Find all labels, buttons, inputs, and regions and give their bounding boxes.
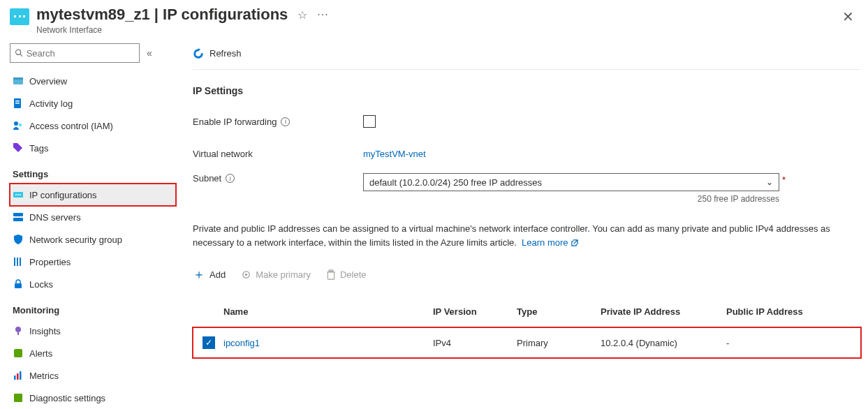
nic-resource-icon: [10, 8, 29, 25]
col-ip-version: IP Version: [433, 306, 517, 317]
sidebar-item-alerts[interactable]: Alerts: [10, 342, 176, 364]
external-link-icon: [571, 239, 578, 247]
alerts-icon: [13, 348, 24, 359]
svg-point-10: [15, 194, 17, 195]
svg-rect-13: [13, 213, 23, 216]
col-type: Type: [517, 306, 601, 317]
nav-label: Metrics: [29, 371, 59, 381]
sidebar-item-nsg[interactable]: Network security group: [10, 228, 176, 251]
dns-icon: [13, 211, 24, 223]
resource-type-label: Network Interface: [36, 25, 838, 35]
svg-rect-5: [15, 101, 20, 102]
ip-config-icon: [13, 189, 24, 200]
add-label: Add: [209, 269, 226, 280]
diagnostic-icon: [13, 392, 24, 403]
make-primary-button[interactable]: Make primary: [241, 269, 311, 280]
sidebar-item-access-control[interactable]: Access control (IAM): [10, 114, 176, 137]
svg-rect-15: [14, 258, 15, 266]
nav-label: Access control (IAM): [29, 121, 113, 131]
sidebar-item-properties[interactable]: Properties: [10, 251, 176, 273]
enable-ip-forwarding-checkbox[interactable]: [363, 115, 376, 128]
table-header-row: Name IP Version Type Private IP Address …: [193, 297, 861, 327]
nav-label: Alerts: [29, 348, 52, 359]
svg-line-1: [20, 54, 22, 57]
svg-rect-22: [14, 375, 16, 380]
properties-icon: [13, 256, 24, 267]
col-private-ip: Private IP Address: [601, 306, 726, 317]
svg-point-11: [17, 194, 19, 195]
sidebar-item-dns-servers[interactable]: DNS servers: [10, 206, 176, 228]
svg-rect-18: [15, 283, 22, 288]
svg-point-19: [15, 327, 21, 332]
sidebar-item-ip-configurations[interactable]: IP configurations: [10, 184, 176, 206]
subnet-label: Subneti: [193, 173, 363, 184]
svg-rect-21: [14, 349, 22, 357]
nav-label: Locks: [29, 279, 53, 290]
svg-point-12: [20, 194, 21, 195]
table-row[interactable]: ipconfig1 IPv4 Primary 10.2.0.4 (Dynamic…: [193, 327, 861, 358]
sidebar-item-activity-log[interactable]: Activity log: [10, 92, 176, 114]
svg-rect-29: [329, 269, 333, 271]
sidebar-item-diagnostic-settings[interactable]: Diagnostic settings: [10, 387, 176, 409]
iam-icon: [13, 120, 24, 131]
enable-ip-forwarding-label: Enable IP forwardingi: [193, 117, 363, 127]
insights-icon: [13, 325, 24, 336]
nav-label: Properties: [29, 257, 71, 267]
svg-rect-20: [17, 332, 19, 335]
close-button[interactable]: ✕: [838, 6, 858, 28]
sidebar-item-metrics[interactable]: Metrics: [10, 364, 176, 387]
virtual-network-link[interactable]: myTestVM-vnet: [363, 149, 426, 159]
delete-button[interactable]: Delete: [326, 269, 367, 280]
section-title-ip-settings: IP Settings: [193, 85, 861, 96]
collapse-sidebar-icon[interactable]: «: [147, 47, 152, 59]
sidebar-group-monitoring: Monitoring: [10, 295, 176, 320]
info-icon[interactable]: i: [281, 117, 290, 126]
activity-log-icon: [13, 98, 24, 109]
ipconfig-name-link[interactable]: ipconfig1: [223, 338, 433, 348]
shield-icon: [13, 234, 24, 245]
refresh-button[interactable]: Refresh: [193, 48, 242, 59]
search-icon: [15, 48, 24, 58]
required-indicator: *: [782, 174, 786, 185]
refresh-label: Refresh: [209, 48, 242, 59]
nav-label: Insights: [29, 326, 61, 336]
svg-rect-25: [14, 394, 22, 402]
learn-more-link[interactable]: Learn more: [522, 237, 578, 248]
svg-point-7: [14, 121, 18, 126]
search-input[interactable]: [27, 48, 135, 59]
svg-rect-17: [20, 258, 21, 266]
row-checkbox[interactable]: [203, 336, 215, 349]
plus-icon: ＋: [193, 266, 205, 283]
delete-label: Delete: [340, 269, 367, 280]
col-public-ip: Public IP Address: [726, 306, 824, 317]
gear-icon: [241, 269, 251, 280]
info-icon[interactable]: i: [226, 174, 235, 183]
nav-label: Overview: [29, 76, 67, 87]
overview-icon: [13, 75, 24, 87]
sidebar-item-insights[interactable]: Insights: [10, 320, 176, 342]
nav-label: IP configurations: [29, 190, 97, 200]
svg-point-0: [16, 50, 21, 54]
sidebar-item-overview[interactable]: Overview: [10, 70, 176, 92]
page-title: mytestvm89_z1 | IP configurations: [36, 6, 288, 24]
sidebar-search[interactable]: [10, 43, 140, 63]
sidebar: « Overview Activity log Access control (…: [0, 38, 176, 409]
svg-rect-3: [13, 77, 23, 80]
nav-label: Activity log: [29, 98, 73, 109]
subnet-dropdown[interactable]: default (10.2.0.0/24) 250 free IP addres…: [363, 173, 779, 191]
tags-icon: [13, 142, 24, 154]
cell-private-ip: 10.2.0.4 (Dynamic): [601, 338, 726, 348]
svg-rect-24: [20, 371, 22, 380]
subnet-value: default (10.2.0.0/24) 250 free IP addres…: [369, 177, 542, 188]
more-actions-icon[interactable]: ···: [317, 8, 328, 21]
svg-rect-23: [17, 373, 19, 380]
sidebar-item-tags[interactable]: Tags: [10, 137, 176, 159]
favorite-star-icon[interactable]: ☆: [297, 8, 307, 22]
svg-point-8: [19, 124, 22, 126]
virtual-network-label: Virtual network: [193, 149, 363, 159]
description-text: Private and public IP addresses can be a…: [193, 222, 861, 249]
ip-config-table: Name IP Version Type Private IP Address …: [193, 297, 861, 358]
nav-label: Network security group: [29, 235, 122, 245]
sidebar-item-locks[interactable]: Locks: [10, 273, 176, 295]
add-button[interactable]: ＋ Add: [193, 266, 226, 283]
